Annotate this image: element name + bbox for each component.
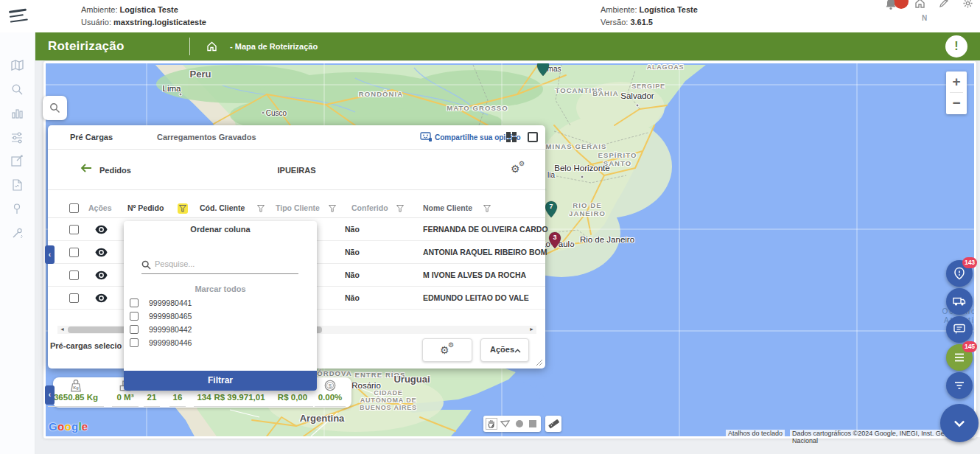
row-checkbox[interactable]: [69, 293, 79, 303]
sidebar-item-file[interactable]: [11, 179, 24, 192]
panel-header: Pedidos IPUEIRAS ⚙⚙: [48, 150, 545, 190]
filter-funnel-icon[interactable]: [178, 203, 188, 214]
map-marker-pin[interactable]: 3: [548, 231, 561, 249]
sidebar-item-map[interactable]: [11, 59, 24, 72]
circle-tool[interactable]: [514, 418, 525, 430]
map-search-button[interactable]: [43, 96, 67, 120]
select-all-label[interactable]: Marcar todos: [124, 284, 317, 293]
expand-square-icon[interactable]: [528, 132, 538, 142]
sidebar-item-tools[interactable]: [11, 227, 24, 240]
filter-funnel-icon[interactable]: [256, 203, 266, 214]
rectangle-tool[interactable]: [527, 418, 539, 430]
column-header-2[interactable]: Nº Pedido: [127, 203, 164, 212]
panel-footer-settings-button[interactable]: ⚙⚙: [422, 338, 472, 362]
search-icon: [11, 83, 24, 96]
sidebar-item-pin[interactable]: [11, 203, 24, 216]
view-eye-icon[interactable]: [95, 248, 108, 257]
panel-collapse-chevron[interactable]: ‹: [45, 245, 55, 264]
view-eye-icon[interactable]: [95, 225, 108, 234]
filter-funnel-icon[interactable]: [395, 203, 405, 214]
filter-search-input[interactable]: [155, 259, 295, 268]
n-glyph: N: [922, 14, 927, 22]
map-label: Uruguai: [393, 374, 430, 385]
pencil-icon[interactable]: [939, 0, 949, 8]
nome-cliente-cell: EDMUNDO LEITAO DO VALE: [423, 293, 529, 302]
column-header-6[interactable]: Nome Cliente: [423, 203, 472, 212]
scroll-right-arrow[interactable]: ►: [529, 326, 534, 332]
sidebar-item-sliders[interactable]: [11, 131, 24, 144]
gear-icon[interactable]: [962, 0, 973, 9]
svg-text:$: $: [329, 383, 332, 389]
filter-option[interactable]: 9999980441: [130, 298, 311, 311]
pin-icon: [11, 203, 24, 215]
option-checkbox[interactable]: [130, 312, 139, 321]
row-checkbox[interactable]: [69, 225, 79, 234]
column-header-5[interactable]: Conferido: [351, 203, 388, 212]
option-checkbox[interactable]: [130, 325, 139, 334]
share-opinion-link[interactable]: Compartilhe sua opinião: [420, 132, 433, 144]
pan-hand-tool[interactable]: [486, 418, 497, 430]
measure-tool[interactable]: [545, 416, 561, 432]
map-float-button-chat[interactable]: [946, 316, 973, 343]
option-checkbox[interactable]: [130, 338, 139, 347]
resize-handle[interactable]: [536, 359, 543, 366]
city-dot: [581, 175, 584, 179]
map-zoom-control: + −: [946, 71, 967, 114]
sidebar-item-chart[interactable]: [11, 107, 24, 120]
bell-icon[interactable]: [884, 0, 897, 10]
acoes-button[interactable]: Ações: [480, 338, 529, 362]
layout-grid-icon[interactable]: [506, 132, 517, 142]
keyboard-shortcuts-label[interactable]: Atalhos do teclado: [726, 430, 785, 437]
column-header-1[interactable]: Ações: [88, 203, 112, 212]
option-label: 9999980465: [149, 312, 192, 321]
map-label: MATO GROSSO: [447, 104, 508, 112]
stat-item: Kg3650.85 Kg: [51, 377, 101, 408]
hamburger-menu-icon[interactable]: [9, 8, 29, 24]
zoom-out-button[interactable]: −: [946, 93, 967, 114]
google-logo: Google: [49, 420, 88, 433]
statsbar-collapse-chevron[interactable]: ‹: [45, 385, 55, 405]
home-icon[interactable]: [914, 0, 925, 9]
tab-carregamentos-gravados[interactable]: Carregamentos Gravados: [157, 125, 256, 150]
view-eye-icon[interactable]: [95, 293, 108, 303]
map-float-button-truck[interactable]: [946, 288, 973, 315]
option-checkbox[interactable]: [130, 298, 139, 307]
filter-funnel-icon[interactable]: [482, 203, 492, 214]
map-marker-pin[interactable]: 7: [545, 200, 558, 218]
version-value: 3.61.5: [630, 18, 653, 27]
map-float-button-chevron-down[interactable]: [940, 404, 979, 442]
coindollar-icon: $: [323, 379, 337, 392]
row-checkbox[interactable]: [69, 270, 79, 280]
alert-button[interactable]: !: [945, 35, 967, 57]
map-label: Argentina: [300, 413, 345, 424]
sidebar-item-search[interactable]: [11, 83, 24, 97]
view-eye-icon[interactable]: [95, 270, 108, 280]
column-header-3[interactable]: Cód. Cliente: [200, 203, 245, 212]
filter-option[interactable]: 9999980442: [130, 324, 311, 338]
row-checkbox[interactable]: [69, 248, 79, 257]
tab-pre-cargas[interactable]: Pré Cargas: [70, 125, 113, 150]
page: PeruLimaCuscoRONDÔNIAMATO GROSSOTOCANTIN…: [0, 0, 980, 454]
filter-option[interactable]: 9999980465: [130, 311, 311, 324]
filtrar-button[interactable]: Filtrar: [124, 371, 317, 391]
ruler-icon: [547, 418, 559, 430]
panel-settings-button[interactable]: ⚙⚙: [511, 161, 525, 176]
user-value: maxstring.logisticateste: [113, 18, 206, 27]
filter-funnel-icon[interactable]: [327, 203, 337, 214]
stat-value: 134: [197, 393, 211, 402]
pin-alert-icon: [953, 267, 966, 280]
column-header-4[interactable]: Tipo Cliente: [276, 203, 320, 212]
select-all-checkbox[interactable]: [69, 203, 79, 213]
sidebar-item-edit[interactable]: [11, 155, 24, 168]
filter-option[interactable]: 9999980446: [130, 338, 311, 351]
scroll-left-arrow[interactable]: ◄: [60, 326, 65, 332]
edit-icon: [11, 155, 24, 167]
version-label: Versão:: [601, 18, 628, 27]
breadcrumb-home-icon[interactable]: [206, 41, 217, 52]
zoom-in-button[interactable]: +: [946, 71, 967, 92]
lasso-tool[interactable]: [500, 418, 511, 430]
map-float-button-filter[interactable]: [946, 372, 973, 399]
map-marker-pin[interactable]: [536, 63, 550, 77]
chat-icon: [953, 323, 966, 336]
map-label: Belo Horizonte: [554, 164, 609, 172]
